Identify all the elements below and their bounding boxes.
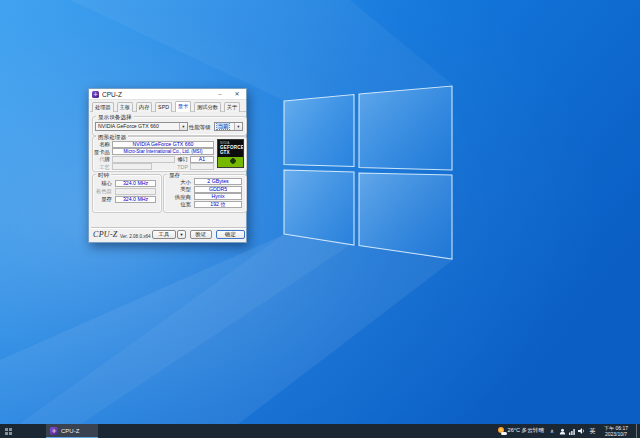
gpu-tdp-label: TDP [176,164,188,171]
start-button[interactable] [0,424,18,438]
gtx-text: GTX [218,150,243,155]
minimize-button[interactable]: – [212,89,228,100]
hidden-icons-chevron[interactable]: ∧ [547,424,557,438]
clock-core-label: 核心 [91,180,112,187]
gpu-name-label: 名称 [91,141,110,148]
taskbar-app-cpuz[interactable]: CPU-Z [46,424,98,438]
mem-buswidth-field: 192 位 [194,201,242,208]
tab-graphics[interactable]: 显卡 [175,101,192,112]
show-desktop-button[interactable] [636,424,640,438]
cpuz-brand-text: CPU-Z [93,230,118,239]
window-title: CPU-Z [102,91,122,98]
chevron-down-icon[interactable]: ▾ [179,123,187,130]
tab-bench[interactable]: 测试分数 [194,102,221,112]
ok-button[interactable]: 确定 [216,230,245,239]
clock-shaders-field [115,188,156,195]
mem-buswidth-label: 位宽 [165,201,191,208]
tab-bar: 处理器 主板 内存 SPD 显卡 测试分数 关于 [90,101,246,112]
chevron-down-icon[interactable]: ▾ [234,123,242,130]
gpu-name-field: NVIDIA GeForce GTX 660 [112,141,214,148]
network-icon[interactable] [567,424,577,438]
tab-memory[interactable]: 内存 [136,102,153,112]
gpu-revision-field: A1 [190,156,214,163]
clock-core-field: 324.0 MHz [115,180,156,187]
tools-button[interactable]: 工具 [152,230,176,239]
clock-memory-label: 显存 [91,196,112,203]
perf-level-value: 当前 [217,123,229,129]
mem-size-field: 2 GBytes [194,178,242,185]
weather-icon [498,427,506,435]
gpu-board-field: Micro-Star International Co., Ltd. (MSI) [112,148,214,155]
volume-icon[interactable] [577,424,587,438]
cpuz-app-icon [92,91,99,98]
gpu-tdp-field [190,163,214,170]
mem-vendor-field: Hynix [194,193,242,200]
system-tray: 26°C 多云转晴 ∧ 英 下午 06:17 2023/10/7 [495,424,640,438]
gpu-technology-label: 工艺 [91,164,110,171]
footer-divider [91,227,246,228]
tab-mainboard[interactable]: 主板 [117,102,134,112]
mem-type-field: GDDR5 [194,186,242,193]
mem-size-label: 大小 [165,179,191,186]
weather-widget[interactable]: 26°C 多云转晴 [495,424,547,438]
group-clocks-title: 时钟 [96,172,111,179]
screen: CPU-Z – ✕ 处理器 主板 内存 SPD 显卡 测试分数 关于 显示设备选… [0,0,640,438]
perf-level-dropdown[interactable]: 当前 ▾ [214,122,243,131]
perf-level-label: 性能等级 [189,124,213,131]
windows-logo-icon [5,428,12,435]
nvidia-eye-icon [218,157,243,167]
validate-button[interactable]: 验证 [190,230,212,239]
gpu-revision-label: 修订 [176,156,188,163]
geforce-text: GEFORCE [218,145,243,150]
clock-date: 2023/10/7 [598,431,634,437]
weather-text: 26°C 多云转晴 [508,427,544,435]
cpuz-window: CPU-Z – ✕ 处理器 主板 内存 SPD 显卡 测试分数 关于 显示设备选… [88,88,247,243]
cpuz-taskbar-label: CPU-Z [61,428,79,434]
security-person-icon[interactable] [557,424,567,438]
taskbar-clock[interactable]: 下午 06:17 2023/10/7 [598,425,636,437]
gpu-codename-field [112,156,175,163]
taskbar: CPU-Z 26°C 多云转晴 ∧ 英 下午 06:17 2023/ [0,424,640,438]
clock-memory-field: 324.0 MHz [115,196,156,203]
display-device-dropdown[interactable]: NVIDIA GeForce GTX 660 ▾ [95,122,188,131]
gpu-technology-field [112,163,152,170]
group-gpu-title: 图形处理器 [96,134,128,141]
clock-shaders-label: 着色器 [91,188,112,195]
close-button[interactable]: ✕ [229,89,245,100]
version-text: Ver. 2.08.0.x64 [120,234,151,239]
titlebar[interactable]: CPU-Z – ✕ [89,89,246,100]
tab-spd[interactable]: SPD [155,102,172,112]
mem-type-label: 类型 [165,186,191,193]
ime-language-indicator[interactable]: 英 [587,427,598,436]
cpuz-taskbar-icon [50,427,58,435]
tools-dropdown-button[interactable]: ▼ [177,230,186,239]
group-memory-title: 显存 [167,172,182,179]
tab-about[interactable]: 关于 [224,102,241,112]
group-display-device-title: 显示设备选择 [96,114,134,121]
display-device-value: NVIDIA GeForce GTX 660 [98,123,159,129]
mem-vendor-label: 供应商 [165,194,191,201]
gpu-codename-label: 代号 [91,156,110,163]
geforce-gtx-logo: NVIDIA GEFORCE GTX [217,139,244,168]
tab-cpu[interactable]: 处理器 [92,102,114,112]
